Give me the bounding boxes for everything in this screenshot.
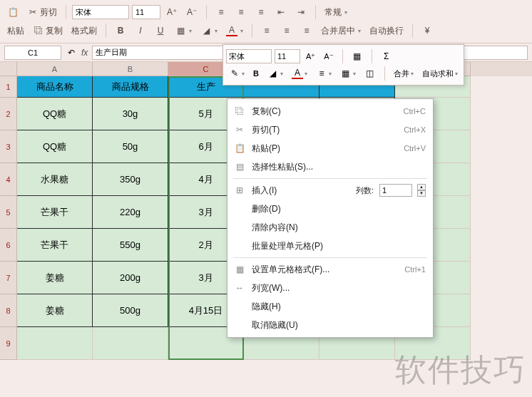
bold-button[interactable]: B (112, 24, 129, 38)
cell[interactable]: 50g (93, 130, 168, 163)
paste-label[interactable]: 粘贴 (4, 24, 27, 38)
mini-autosum-button[interactable]: 自动求和 (419, 67, 461, 81)
row-header[interactable]: 1 (0, 76, 17, 98)
ctx-delete[interactable]: 删除(D) (227, 200, 433, 218)
fx-icon[interactable]: fx (81, 48, 88, 58)
spin-down[interactable]: ▼ (417, 190, 426, 197)
row-header[interactable]: 7 (0, 262, 17, 294)
cancel-formula-icon[interactable]: ↶ (66, 47, 77, 58)
border-button[interactable]: ▦ (172, 24, 195, 38)
cell[interactable]: 商品名称 (17, 76, 93, 98)
row-header[interactable]: 3 (0, 130, 17, 163)
number-format-select[interactable]: 常规 (322, 5, 350, 20)
cell[interactable]: 姜糖 (17, 294, 93, 327)
cell[interactable]: 芒果干 (17, 196, 93, 229)
col-header-b[interactable]: B (93, 62, 168, 76)
context-menu: ⿻复制(C)Ctrl+C ✂剪切(T)Ctrl+X 📋粘贴(P)Ctrl+V ▤… (227, 98, 434, 338)
cell[interactable]: 姜糖 (17, 262, 93, 294)
cell[interactable] (93, 327, 168, 360)
increase-font-button[interactable]: A⁺ (163, 5, 180, 19)
underline-icon: U (155, 25, 166, 36)
col-header-a[interactable]: A (17, 62, 93, 76)
row-header[interactable]: 8 (0, 294, 17, 327)
mini-decrease-font[interactable]: A⁻ (321, 51, 336, 63)
font-increase-icon: A⁺ (166, 6, 178, 18)
indent-increase-button[interactable]: ⇥ (292, 5, 310, 19)
align-right-button[interactable]: ≡ (298, 24, 315, 38)
mini-merge-button[interactable]: 合并 (391, 67, 416, 81)
mini-font-size[interactable] (275, 49, 300, 63)
format-cells-icon: ▦ (233, 263, 246, 276)
cell[interactable]: 30g (93, 98, 168, 130)
italic-button[interactable]: I (132, 24, 149, 38)
mini-font-name[interactable] (226, 49, 272, 63)
ctx-paste-special[interactable]: ▤选择性粘贴(S)... (227, 158, 433, 176)
ctx-clear[interactable]: 清除内容(N) (227, 218, 433, 237)
indent-left-icon: ⇤ (275, 6, 287, 18)
cell[interactable]: 550g (93, 229, 168, 262)
insert-count-input[interactable] (379, 184, 412, 197)
decrease-font-button[interactable]: A⁻ (183, 5, 200, 19)
row-header[interactable]: 9 (0, 327, 17, 360)
currency-button[interactable]: ¥ (419, 24, 436, 38)
align-bottom-button[interactable]: ≡ (252, 5, 270, 19)
copy-button[interactable]: ⿻复制 (30, 24, 66, 38)
ctx-copy[interactable]: ⿻复制(C)Ctrl+C (227, 102, 433, 120)
mini-fill[interactable]: ◢ (265, 66, 286, 81)
cell[interactable] (17, 327, 93, 360)
mini-merge-icon[interactable]: ▦ (349, 49, 366, 63)
row-header[interactable]: 5 (0, 196, 17, 229)
cell[interactable]: 500g (93, 294, 168, 327)
cell[interactable]: 220g (93, 196, 168, 229)
align-right-icon: ≡ (301, 25, 312, 36)
mini-format-painter[interactable]: ✎ (226, 66, 247, 81)
mini-bold[interactable]: B (250, 68, 262, 79)
cell[interactable]: QQ糖 (17, 98, 93, 130)
cell[interactable]: 芒果干 (17, 229, 93, 262)
align-icon: ≡ (316, 68, 327, 79)
spin-up[interactable]: ▲ (417, 184, 426, 190)
ctx-hide[interactable]: 隐藏(H) (227, 297, 433, 316)
cut-button[interactable]: ✂剪切 (24, 5, 60, 20)
font-color-button[interactable]: A (223, 24, 246, 38)
font-name-select[interactable] (72, 5, 129, 19)
indent-decrease-button[interactable]: ⇤ (272, 5, 290, 19)
row-header[interactable]: 6 (0, 229, 17, 262)
paste-button[interactable]: 📋 (4, 5, 21, 19)
ctx-format-cells[interactable]: ▦设置单元格格式(F)...Ctrl+1 (227, 260, 433, 279)
mini-align[interactable]: ≡ (313, 66, 334, 81)
cell[interactable]: QQ糖 (17, 130, 93, 163)
wrap-text-button[interactable]: 自动换行 (367, 24, 406, 38)
ctx-unhide[interactable]: 取消隐藏(U) (227, 316, 433, 334)
mini-font-color[interactable]: A (289, 66, 310, 81)
cell[interactable]: 水果糖 (17, 163, 93, 196)
scissors-icon: ✂ (27, 6, 39, 18)
row-header[interactable]: 4 (0, 163, 17, 196)
ctx-batch[interactable]: 批量处理单元格(P) (227, 237, 433, 255)
underline-button[interactable]: U (152, 24, 169, 38)
align-top-button[interactable]: ≡ (213, 5, 230, 19)
select-all-corner[interactable] (0, 62, 17, 76)
fill-color-button[interactable]: ◢ (198, 24, 220, 38)
ctx-col-width[interactable]: ↔列宽(W)... (227, 279, 433, 297)
italic-icon: I (135, 25, 146, 36)
align-center-button[interactable]: ≡ (278, 24, 295, 38)
cell[interactable]: 200g (93, 262, 168, 294)
merge-center-button[interactable]: 合并居中 (318, 24, 364, 38)
row-header[interactable]: 2 (0, 98, 17, 130)
cell[interactable]: 商品规格 (93, 76, 168, 98)
align-left-button[interactable]: ≡ (258, 24, 275, 38)
mini-increase-font[interactable]: A⁺ (303, 51, 318, 63)
mini-format[interactable]: ◫ (362, 66, 379, 81)
font-size-select[interactable] (132, 5, 160, 19)
name-box[interactable] (4, 46, 61, 60)
mini-border[interactable]: ▦ (337, 66, 359, 81)
ctx-insert[interactable]: ⊞插入(I)列数:▲▼ (227, 181, 433, 200)
mini-sum-icon[interactable]: Σ (378, 49, 395, 63)
format-painter-button[interactable]: 格式刷 (68, 24, 100, 38)
cell[interactable]: 350g (93, 163, 168, 196)
ctx-paste[interactable]: 📋粘贴(P)Ctrl+V (227, 139, 433, 158)
align-middle-button[interactable]: ≡ (232, 5, 250, 19)
ctx-cut[interactable]: ✂剪切(T)Ctrl+X (227, 120, 433, 139)
brush-icon: ✎ (229, 68, 240, 79)
